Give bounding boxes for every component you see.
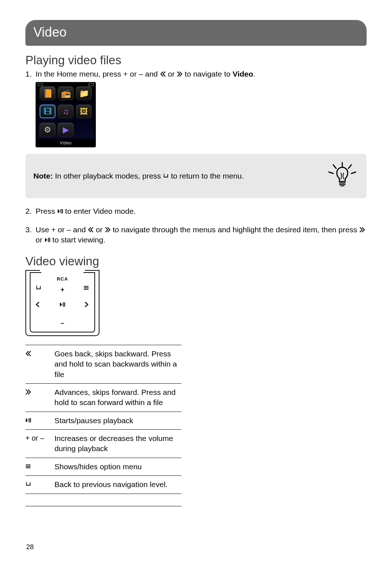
menu-icon xyxy=(83,285,89,290)
step-text: . xyxy=(253,70,256,78)
control-description: Advances, skips forward. Press and hold … xyxy=(54,387,180,408)
note-text: to return to the menu. xyxy=(171,172,244,180)
step-text: Use + or – and xyxy=(36,225,88,234)
table-row: Advances, skips forward. Press and hold … xyxy=(25,384,181,412)
control-description: Starts/pauses playback xyxy=(54,416,180,426)
playpause-icon xyxy=(25,418,31,423)
battery-icon xyxy=(89,83,94,86)
note-text: In other playback modes, press xyxy=(53,172,163,180)
photo-tile-icon: 🖼 xyxy=(76,105,92,118)
controls-table: Goes back, skips backward. Press and hol… xyxy=(25,345,181,506)
playpause-icon xyxy=(60,302,65,307)
playpause-icon xyxy=(57,209,63,214)
section-playing-heading: Playing video files xyxy=(25,52,367,69)
lightbulb-icon xyxy=(326,162,359,190)
step-text: to enter Video mode. xyxy=(65,207,136,215)
music-tile-icon: ♫ xyxy=(58,105,74,118)
double-right-icon xyxy=(25,389,31,395)
table-row: Starts/pauses playback xyxy=(25,412,181,430)
section-viewing-heading: Video viewing xyxy=(25,253,367,270)
files-tile-icon: 📁 xyxy=(76,86,92,100)
double-right-icon xyxy=(359,227,365,232)
note-label: Note: xyxy=(33,172,53,180)
back-icon xyxy=(163,173,169,179)
double-left-icon xyxy=(88,227,94,232)
note-box: Note: In other playback modes, press to … xyxy=(25,154,367,198)
step-text: In the Home menu, press + or – and xyxy=(36,70,160,78)
minus-button-label: – xyxy=(61,319,64,327)
brand-label: RCA xyxy=(26,276,99,282)
table-row: Shows/hides option menu xyxy=(25,458,181,476)
left-icon xyxy=(35,302,41,307)
plus-button-label: + xyxy=(61,285,65,294)
video-tile-icon: 🎞 xyxy=(40,105,56,118)
device-home-screen: 📙 📻 📁 🎞 ♫ 🖼 ⚙ ▶ Video xyxy=(36,82,96,147)
step-text: to navigate to xyxy=(185,70,233,78)
back-icon xyxy=(25,482,31,487)
double-right-icon xyxy=(177,71,183,77)
step-3: 3. Use + or – and or to navigate through… xyxy=(25,225,367,245)
audiobook-tile-icon: 📙 xyxy=(40,86,56,100)
control-description: Back to previous navigation level. xyxy=(54,479,180,490)
step-text: or xyxy=(36,236,45,244)
table-row: Back to previous navigation level. xyxy=(25,476,181,494)
step-number: 3. xyxy=(25,225,36,245)
step-1: 1. In the Home menu, press + or – and or… xyxy=(25,69,367,79)
chapter-title: Video xyxy=(25,20,367,46)
menu-icon xyxy=(25,464,31,469)
table-row: Goes back, skips backward. Press and hol… xyxy=(25,345,181,384)
double-right-icon xyxy=(105,227,111,232)
step-number: 2. xyxy=(25,206,36,216)
double-left-icon xyxy=(25,351,31,356)
table-row: + or – Increases or decreases the volume… xyxy=(25,430,181,458)
control-description: Shows/hides option menu xyxy=(54,462,180,472)
nowplaying-tile-icon: ▶ xyxy=(58,123,74,136)
radio-tile-icon: 📻 xyxy=(58,86,74,100)
control-key: + or – xyxy=(25,433,54,454)
home-status-icon xyxy=(38,83,43,86)
double-left-icon xyxy=(160,71,166,77)
control-pad-illustration: RCA + – xyxy=(25,271,99,336)
step-2: 2. Press to enter Video mode. xyxy=(25,206,367,216)
step-text: or xyxy=(96,225,105,234)
step-text: to navigate through the menus and highli… xyxy=(113,225,359,234)
step-text: Press xyxy=(36,207,57,215)
back-icon xyxy=(36,285,41,290)
step-text: to start viewing. xyxy=(52,236,105,244)
step-bold: Video xyxy=(233,70,253,78)
control-description: Goes back, skips backward. Press and hol… xyxy=(54,349,180,380)
step-text: or xyxy=(168,70,177,78)
device-label: Video xyxy=(36,140,96,146)
control-description: Increases or decreases the volume during… xyxy=(54,433,180,454)
step-number: 1. xyxy=(25,69,36,79)
settings-tile-icon: ⚙ xyxy=(40,123,56,136)
table-row xyxy=(25,494,181,506)
playpause-icon xyxy=(45,237,50,242)
page-number: 28 xyxy=(26,542,34,552)
right-icon xyxy=(84,302,90,307)
